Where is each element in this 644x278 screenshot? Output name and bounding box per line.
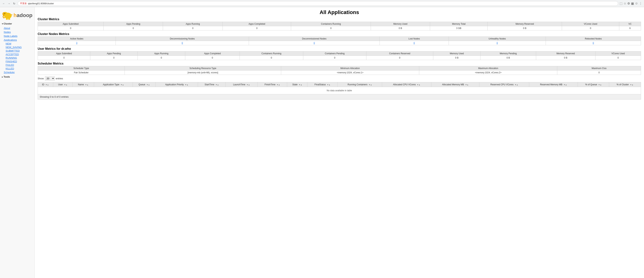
sort-app-priority[interactable]: ▼▲ xyxy=(185,84,188,86)
col-apps-pending: Apps Pending xyxy=(104,22,163,26)
sort-finish-time[interactable]: ▼▲ xyxy=(277,84,280,86)
th-allocated-cpu-vcores[interactable]: Allocated CPU VCores ▼▲ xyxy=(382,82,431,87)
no-data-message: No data available in table xyxy=(38,87,641,94)
sidebar-item-new-saving[interactable]: NEW_SAVING xyxy=(0,45,34,49)
val-u-memory-used: 0 B xyxy=(433,56,480,60)
svg-point-3 xyxy=(4,13,5,14)
th-id[interactable]: ID ▼▲ xyxy=(38,82,53,87)
sort-allocated-memory[interactable]: ▼▲ xyxy=(465,84,468,86)
col-decommissioned-nodes: Decommissioned Nodes xyxy=(249,37,380,41)
sort-state[interactable]: ▼▲ xyxy=(299,84,302,86)
val-unhealthy-nodes[interactable]: 0 xyxy=(449,41,546,45)
val-u-apps-completed: 0 xyxy=(185,56,240,60)
th-reserved-cpu-vcores[interactable]: Reserved CPU VCores ▼▲ xyxy=(479,82,529,87)
val-decommissioned-nodes[interactable]: 0 xyxy=(249,41,380,45)
sidebar-item-new[interactable]: NEW xyxy=(0,42,34,45)
col-vc: VC xyxy=(619,22,641,26)
applications-table: ID ▼▲ User ▼▲ Name ▼▲ Application Type ▼… xyxy=(38,82,641,94)
col-u-containers-running: Containers Running xyxy=(240,51,303,56)
col-memory-reserved: Memory Reserved xyxy=(488,22,562,26)
browser-toolbar-icons: ⬚ ☆ ⚙ ▦ ☺ ⋮ xyxy=(620,2,642,5)
val-apps-completed: 0 xyxy=(223,26,291,30)
address-bar[interactable]: 不安全 qianfeng01:8088/cluster xyxy=(18,1,618,6)
sidebar-item-failed[interactable]: FAILED xyxy=(0,63,34,67)
val-lost-nodes[interactable]: 0 xyxy=(380,41,449,45)
back-button[interactable]: ← xyxy=(2,2,6,5)
bookmark-icon[interactable]: ☆ xyxy=(624,2,626,5)
sidebar-item-node-labels[interactable]: Node Labels xyxy=(0,34,34,38)
th-application-priority[interactable]: Application Priority ▼▲ xyxy=(156,82,198,87)
sidebar-item-accepted[interactable]: ACCEPTED xyxy=(0,52,34,56)
footer-text: Showing 0 to 0 of 0 entries xyxy=(40,95,68,98)
th-allocated-memory-mb[interactable]: Allocated Memory MB ▼▲ xyxy=(431,82,479,87)
th-queue[interactable]: Queue ▼▲ xyxy=(133,82,156,87)
val-active-nodes[interactable]: 3 xyxy=(38,41,116,45)
val-decommissioning-nodes[interactable]: 0 xyxy=(116,41,249,45)
th-final-status[interactable]: FinalStatus ▼▲ xyxy=(308,82,338,87)
th-finish-time[interactable]: FinishTime ▼▲ xyxy=(258,82,287,87)
th-running-containers[interactable]: Running Containers ▼▲ xyxy=(338,82,382,87)
val-maximum-clus: 0 xyxy=(557,70,641,75)
th-name[interactable]: Name ▼▲ xyxy=(72,82,94,87)
svg-rect-4 xyxy=(6,18,7,20)
menu-icon[interactable]: ⋮ xyxy=(639,2,642,5)
reload-button[interactable]: ↻ xyxy=(12,2,16,5)
col-u-memory-pending: Memory Pending xyxy=(480,51,536,56)
val-maximum-allocation: <memory:1024, vCores:2> xyxy=(419,70,557,75)
sort-pct-cluster[interactable]: ▼▲ xyxy=(630,84,633,86)
col-apps-completed: Apps Completed xyxy=(223,22,291,26)
sort-launch-time[interactable]: ▼▲ xyxy=(246,84,250,86)
cluster-metrics-table: Apps Submitted Apps Pending Apps Running… xyxy=(38,22,641,30)
sort-app-type[interactable]: ▼▲ xyxy=(120,84,124,86)
val-apps-submitted: 0 xyxy=(38,26,104,30)
th-pct-cluster[interactable]: % of Cluster ▼▲ xyxy=(609,82,641,87)
scheduler-metrics-title: Scheduler Metrics xyxy=(38,62,641,65)
col-active-nodes: Active Nodes xyxy=(38,37,116,41)
sort-queue[interactable]: ▼▲ xyxy=(146,84,150,86)
tools-section[interactable]: Tools xyxy=(0,74,34,79)
col-memory-total: Memory Total xyxy=(430,22,488,26)
val-u-containers-reserved: 0 xyxy=(366,56,433,60)
sort-start-time[interactable]: ▼▲ xyxy=(216,84,219,86)
share-icon[interactable]: ⬚ xyxy=(620,2,622,5)
entries-select[interactable]: 10 20 50 100 xyxy=(45,76,55,81)
profile-icon[interactable]: ☺ xyxy=(635,2,638,5)
sidebar-item-scheduler[interactable]: Scheduler xyxy=(0,70,34,74)
sort-allocated-cpu[interactable]: ▼▲ xyxy=(417,84,420,86)
th-application-type[interactable]: Application Type ▼▲ xyxy=(94,82,132,87)
svg-rect-5 xyxy=(8,18,8,20)
th-reserved-memory-mb[interactable]: Reserved Memory MB ▼▲ xyxy=(529,82,578,87)
col-unhealthy-nodes: Unhealthy Nodes xyxy=(449,37,546,41)
th-user[interactable]: User ▼▲ xyxy=(53,82,72,87)
sidebar-item-finished[interactable]: FINISHED xyxy=(0,60,34,63)
th-start-time[interactable]: StartTime ▼▲ xyxy=(198,82,226,87)
sidebar-item-nodes[interactable]: Nodes xyxy=(0,30,34,34)
sidebar-item-about[interactable]: About xyxy=(0,26,34,30)
sidebar-item-running[interactable]: RUNNING xyxy=(0,56,34,60)
sort-running-containers[interactable]: ▼▲ xyxy=(369,84,372,86)
val-u-memory-pending: 0 B xyxy=(480,56,536,60)
val-u-apps-running: 0 xyxy=(138,56,185,60)
th-launch-time[interactable]: LaunchTime ▼▲ xyxy=(226,82,258,87)
sort-reserved-memory[interactable]: ▼▲ xyxy=(564,84,567,86)
sidebar-item-applications[interactable]: Applications xyxy=(0,38,34,42)
col-u-memory-reserved: Memory Reserved xyxy=(536,51,595,56)
sort-final-status[interactable]: ▼▲ xyxy=(327,84,330,86)
col-u-apps-pending: Apps Pending xyxy=(90,51,138,56)
val-u-containers-pending: 0 xyxy=(303,56,366,60)
th-state[interactable]: State ▼▲ xyxy=(287,82,307,87)
extensions-icon[interactable]: ⚙ xyxy=(627,2,630,5)
sort-reserved-cpu[interactable]: ▼▲ xyxy=(515,84,518,86)
col-minimum-allocation: Minimum Allocation xyxy=(281,66,419,70)
forward-button[interactable]: → xyxy=(7,2,11,5)
val-rebooted-nodes[interactable]: 0 xyxy=(546,41,641,45)
sort-pct-queue[interactable]: ▼▲ xyxy=(598,84,602,86)
cluster-section[interactable]: Cluster xyxy=(0,21,34,26)
sidebar-item-killed[interactable]: KILLED xyxy=(0,67,34,70)
sort-user[interactable]: ▼▲ xyxy=(64,84,68,86)
sort-id[interactable]: ▼▲ xyxy=(46,84,49,86)
sort-name[interactable]: ▼▲ xyxy=(85,84,88,86)
tab-icon[interactable]: ▦ xyxy=(631,2,634,5)
th-pct-queue[interactable]: % of Queue ▼▲ xyxy=(578,82,609,87)
sidebar-item-submitted[interactable]: SUBMITTED xyxy=(0,49,34,52)
